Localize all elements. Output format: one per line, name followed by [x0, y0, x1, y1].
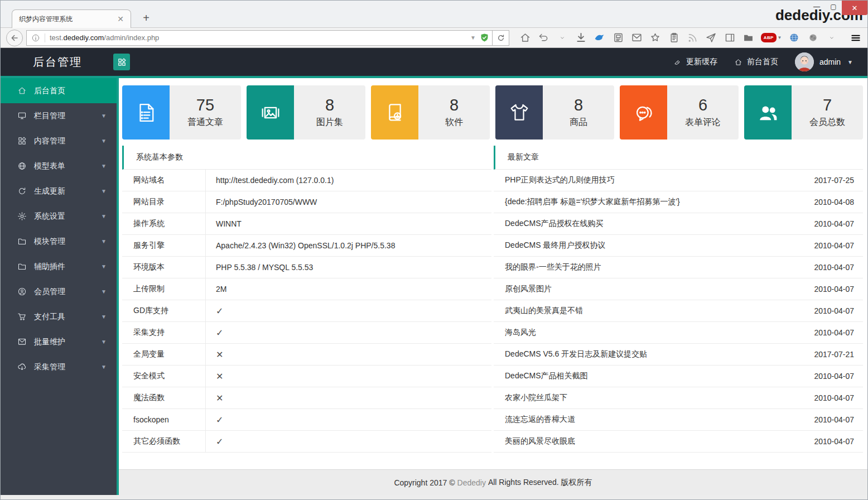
chevron-down-icon: ▼ — [101, 188, 107, 194]
param-label: 其它必须函数 — [122, 431, 206, 452]
article-row: 农家小院丝瓜架下2010-04-07 — [494, 387, 863, 409]
sidebar-item-label: 模型表单 — [34, 161, 65, 171]
sidebar-item-label: 支付工具 — [34, 312, 65, 322]
tb-folder-icon[interactable] — [742, 30, 754, 46]
browser-tab[interactable]: 织梦内容管理系统 ✕ — [12, 9, 131, 28]
tab-close-icon[interactable]: ✕ — [117, 15, 124, 23]
chevron-small-icon[interactable] — [556, 30, 568, 46]
sidebar-item-内容管理[interactable]: 内容管理▼ — [1, 128, 117, 153]
chevron-small-icon[interactable] — [826, 30, 838, 46]
sidebar-item-采集管理[interactable]: 采集管理▼ — [1, 354, 117, 379]
stat-card-商品[interactable]: 8商品 — [495, 85, 614, 140]
sidebar-item-模型表单[interactable]: 模型表单▼ — [1, 153, 117, 179]
stat-cards: 75普通文章8图片集8软件8商品6表单评论7会员总数 — [122, 85, 863, 140]
tab-bar: 织梦内容管理系统 ✕ + dedediy.com — ▢ ✕ — [1, 1, 867, 27]
sidebar-item-会员管理[interactable]: 会员管理▼ — [1, 279, 117, 304]
chevron-down-icon[interactable]: ▼ — [470, 35, 476, 41]
sidebar-item-生成更新[interactable]: 生成更新▼ — [1, 179, 117, 204]
article-row: 美丽的风景尽收眼底2010-04-07 — [494, 431, 863, 453]
sidebar-item-栏目管理[interactable]: 栏目管理▼ — [1, 103, 117, 128]
stat-card-图片集[interactable]: 8图片集 — [247, 85, 365, 140]
article-title-link[interactable]: DedeCMS 最终用户授权协议 — [505, 241, 605, 251]
chevron-down-icon: ▼ — [101, 263, 107, 270]
tb-clipboard-icon[interactable] — [668, 30, 680, 46]
cart-icon — [17, 312, 28, 321]
dashboard-grid-button[interactable] — [113, 54, 130, 70]
article-title-link[interactable]: 流连忘返的香樟大道 — [505, 415, 575, 425]
adblock-icon[interactable]: ABP▼ — [761, 30, 782, 46]
param-label: 网站目录 — [122, 191, 206, 213]
tb-mail-icon[interactable] — [630, 30, 643, 46]
sidebar-item-支付工具[interactable]: 支付工具▼ — [1, 304, 117, 329]
tb-globe-icon[interactable] — [788, 30, 801, 46]
sidebar-item-批量维护[interactable]: 批量维护▼ — [1, 329, 117, 354]
stat-card-普通文章[interactable]: 75普通文章 — [122, 85, 241, 140]
article-row: DedeCMS产品授权在线购买2010-04-07 — [494, 213, 863, 235]
sidebar-item-后台首页[interactable]: 后台首页 — [1, 78, 117, 103]
system-panel-title: 系统基本参数 — [122, 146, 491, 170]
param-label: 服务引擎 — [122, 235, 206, 256]
article-date: 2017-07-25 — [814, 176, 854, 185]
sidebar-item-模块管理[interactable]: 模块管理▼ — [1, 229, 117, 254]
tb-download-icon[interactable] — [575, 30, 587, 46]
menu-icon[interactable] — [850, 30, 862, 46]
tb-undo-icon[interactable] — [538, 30, 550, 46]
sidebar-item-label: 生成更新 — [34, 186, 65, 196]
tb-home-icon[interactable] — [519, 30, 531, 46]
article-title-link[interactable]: 美丽的风景尽收眼底 — [505, 436, 575, 446]
article-title-link[interactable]: {dede:招聘启事 标题='织梦大家庭新年招募第一波'} — [505, 197, 680, 207]
stat-card-表单评论[interactable]: 6表单评论 — [620, 85, 739, 140]
browser-window: 织梦内容管理系统 ✕ + dedediy.com — ▢ ✕ test.dede… — [0, 0, 868, 500]
sidebar-item-label: 会员管理 — [34, 287, 65, 297]
back-icon[interactable] — [6, 30, 23, 46]
article-date: 2010-04-07 — [814, 306, 854, 315]
param-value: 2M — [206, 278, 226, 300]
sidebar-item-辅助插件[interactable]: 辅助插件▼ — [1, 254, 117, 279]
param-label: fsockopen — [122, 409, 206, 430]
article-title-link[interactable]: DedeCMS产品授权在线购买 — [505, 219, 604, 229]
window-maximize-icon[interactable]: ▢ — [825, 1, 842, 13]
article-row: 海岛风光2010-04-07 — [494, 322, 863, 344]
article-title-link[interactable]: 原创风景图片 — [505, 284, 552, 294]
panels: 系统基本参数 网站域名http://test.dedediy.com (127.… — [122, 146, 863, 453]
tb-plugin-icon[interactable] — [807, 30, 819, 46]
stat-card-软件[interactable]: 8软件 — [371, 85, 490, 140]
window-close-icon[interactable]: ✕ — [842, 1, 867, 15]
update-cache-button[interactable]: 更新缓存 — [673, 57, 717, 67]
image-icon — [247, 85, 294, 140]
url-bar[interactable]: test.dedediy.com/admin/index.php ▼ — [26, 30, 493, 46]
home-icon — [17, 86, 28, 95]
stat-card-会员总数[interactable]: 7会员总数 — [744, 85, 863, 140]
article-title-link[interactable]: 农家小院丝瓜架下 — [505, 393, 567, 403]
article-row: DedeCMS产品相关截图2010-04-07 — [494, 366, 863, 387]
param-value: ✕ — [206, 366, 223, 387]
navigation-bar: test.dedediy.com/admin/index.php ▼ ABP▼ — [1, 27, 867, 48]
url-divider — [45, 33, 45, 42]
site-info-icon[interactable] — [31, 33, 40, 42]
stat-value: 8 — [450, 97, 459, 114]
window-minimize-icon[interactable]: — — [808, 1, 825, 13]
user-menu[interactable]: admin ▼ — [795, 52, 853, 71]
article-title-link[interactable]: DedeCMS V5.6 开发日志及新建议提交贴 — [505, 349, 647, 359]
tb-star-icon[interactable] — [649, 30, 662, 46]
tb-card-icon[interactable] — [612, 30, 624, 46]
article-title-link[interactable]: 海岛风光 — [505, 328, 536, 338]
article-title-link[interactable]: PHP正则表达式的几则使用技巧 — [505, 175, 615, 185]
tb-send-icon[interactable] — [705, 30, 717, 46]
article-title-link[interactable]: 我的眼界-一些关于花的照片 — [505, 262, 601, 272]
article-title-link[interactable]: DedeCMS产品相关截图 — [505, 371, 588, 381]
shield-icon[interactable] — [479, 32, 490, 43]
tb-rss-icon[interactable] — [686, 30, 698, 46]
sidebar-item-系统设置[interactable]: 系统设置▼ — [1, 204, 117, 229]
tb-window-icon[interactable] — [724, 30, 736, 46]
front-home-button[interactable]: 前台首页 — [734, 57, 778, 67]
header-right: 更新缓存 前台首页 admin ▼ — [673, 52, 867, 71]
tb-bird-icon[interactable] — [594, 30, 606, 46]
reload-icon[interactable] — [493, 30, 509, 46]
article-title-link[interactable]: 武夷山的美景真是不错 — [505, 306, 583, 316]
system-param-row: 全局变量✕ — [122, 344, 491, 366]
avatar — [795, 52, 814, 71]
mail-icon — [17, 337, 28, 347]
new-tab-button[interactable]: + — [139, 12, 153, 25]
chevron-down-icon: ▼ — [101, 213, 107, 219]
